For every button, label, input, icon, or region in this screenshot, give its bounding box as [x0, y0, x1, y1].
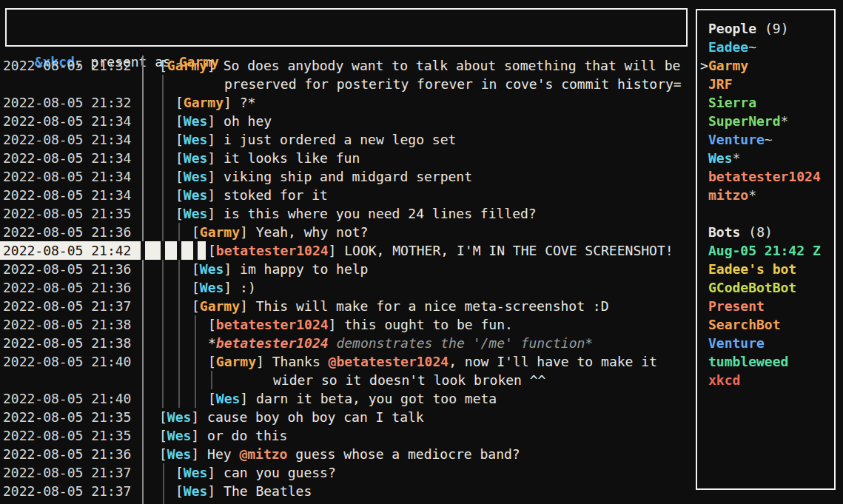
nick-bracket-open: [ — [175, 150, 184, 166]
member-item-eadee[interactable]: Eadee~ — [700, 38, 834, 56]
message-text: i just ordered a new lego set — [224, 132, 456, 147]
nick-bracket-open: [ — [208, 354, 216, 369]
message-content: [Wes] or do this — [159, 426, 287, 445]
message-content: [betatester1024] LOOK, MOTHER, I'M IN TH… — [208, 241, 674, 260]
nick-bracket-open: [ — [175, 169, 184, 184]
message-timestamp: 2022-08-05 21:42 — [3, 241, 131, 260]
message-content: [Garmy] Thanks @betatester1024, now I'll… — [208, 352, 657, 371]
message-timestamp: 2022-08-05 21:35 — [3, 408, 131, 426]
message-nick: Wes — [184, 483, 208, 499]
message-timestamp: 2022-08-05 21:32 — [3, 56, 131, 75]
chat-message-row[interactable]: 2022-08-05 21:37[Wes] can you guess? — [0, 463, 843, 482]
channel-header: &xkcd, present as Garmy — [5, 8, 688, 47]
message-timestamp: 2022-08-05 21:34 — [3, 130, 131, 149]
chat-message-row[interactable]: 2022-08-05 21:40[Garmy] Thanks @betatest… — [0, 352, 843, 371]
nick-bracket-open: [ — [175, 206, 184, 221]
nick-bracket-close: ] — [329, 317, 345, 332]
nick-bracket-open: [ — [159, 446, 167, 462]
message-timestamp: 2022-08-05 21:40 — [3, 352, 131, 371]
nick-bracket-open: [ — [175, 95, 184, 110]
message-content: [Wes] i just ordered a new lego set — [175, 130, 456, 149]
message-nick: Garmy — [167, 58, 207, 73]
message-nick: Wes — [184, 465, 208, 480]
message-timestamp: 2022-08-05 21:38 — [3, 334, 131, 352]
message-nick: Wes — [167, 428, 192, 443]
nick-bracket-close: ] — [207, 187, 224, 203]
chat-message-row[interactable]: preserved for posterity forever in cove'… — [0, 75, 843, 93]
chat-message-row[interactable]: wider so it doesn't look broken ^^ — [0, 371, 843, 389]
nick-bracket-close: ] — [240, 298, 256, 314]
nick-bracket-close: ] — [224, 280, 240, 295]
nick-bracket-close: ] — [207, 465, 224, 480]
message-text: Thanks — [272, 354, 329, 369]
message-nick: Garmy — [200, 224, 240, 240]
chat-message-row[interactable]: 2022-08-05 21:40[Wes] darn it beta, you … — [0, 389, 843, 408]
message-text: wider so it doesn't look broken ^^ — [273, 372, 545, 388]
nick-bracket-open: [ — [208, 391, 216, 406]
chat-message-row[interactable]: 2022-08-05 21:36[Wes] Hey @mitzo guess w… — [0, 445, 843, 463]
message-text: , now I'll have to make it — [449, 354, 657, 369]
message-timestamp: 2022-08-05 21:34 — [3, 186, 131, 204]
chat-message-row[interactable]: 2022-08-05 21:32[Garmy] So does anybody … — [0, 56, 843, 75]
chat-message-row[interactable]: 2022-08-05 21:36[Wes] im happy to help — [0, 260, 843, 278]
message-text: can you guess? — [224, 465, 336, 480]
nick-bracket-open: [ — [208, 243, 216, 258]
people-title: People — [708, 21, 756, 36]
chat-message-row[interactable]: 2022-08-05 21:38[betatester1024] this ou… — [0, 315, 843, 334]
message-content: [Garmy] Yeah, why not? — [192, 223, 368, 241]
message-timestamp: 2022-08-05 21:34 — [3, 167, 131, 186]
nick-bracket-close: ] — [191, 428, 207, 443]
message-text: this ought to be fun. — [344, 317, 513, 332]
chat-message-row[interactable]: 2022-08-05 21:35[Wes] or do this — [0, 426, 843, 445]
message-timestamp: 2022-08-05 21:36 — [3, 278, 131, 297]
chat-message-row[interactable]: 2022-08-05 21:37[Wes] The Beatles — [0, 482, 843, 500]
chat-message-row[interactable]: 2022-08-05 21:34[Wes] stoked for it — [0, 186, 843, 204]
message-nick: Wes — [216, 391, 241, 406]
chat-message-row[interactable]: 2022-08-05 21:32[Garmy] ?* — [0, 93, 843, 112]
nick-bracket-close: ] — [329, 243, 345, 258]
chat-message-row[interactable]: 2022-08-05 21:36[Garmy] Yeah, why not? — [0, 223, 843, 241]
chat-message-row[interactable]: 2022-08-05 21:37[Garmy] This will make f… — [0, 297, 843, 315]
chat-message-row[interactable]: 2022-08-05 21:34[Wes] i just ordered a n… — [0, 130, 843, 149]
message-text: is this where you need 24 lines filled? — [224, 206, 537, 221]
message-text: Hey — [207, 446, 239, 462]
message-nick: Wes — [184, 132, 208, 147]
chat-message-row[interactable]: 2022-08-05 21:35[Wes] cause boy oh boy c… — [0, 408, 843, 426]
nick-bracket-open: [ — [175, 113, 184, 129]
message-timestamp: 2022-08-05 21:34 — [3, 112, 131, 130]
message-content: [Garmy] So does anybody want to talk abo… — [159, 56, 680, 75]
chat-message-row[interactable]: 2022-08-05 21:38*betatester1024 demonstr… — [0, 334, 843, 352]
message-nick: Wes — [184, 150, 208, 166]
message-text: stoked for it — [224, 187, 328, 203]
message-nick: Garmy — [200, 298, 240, 314]
message-timestamp: 2022-08-05 21:38 — [3, 315, 131, 334]
message-text: demonstrates the '/me' function* — [336, 335, 593, 351]
message-nick: Wes — [167, 446, 192, 462]
member-name: Eadee — [708, 39, 748, 55]
message-nick: Wes — [167, 409, 192, 425]
message-nick: betatester1024 — [216, 317, 329, 332]
nick-bracket-open: [ — [175, 132, 184, 147]
nick-bracket-open: [ — [159, 428, 167, 443]
message-timestamp: 2022-08-05 21:32 — [3, 93, 131, 112]
nick-bracket-open: [ — [175, 465, 184, 480]
message-timestamp: 2022-08-05 21:36 — [3, 223, 131, 241]
message-content: [Wes] can you guess? — [175, 463, 336, 482]
chat-message-row[interactable]: 2022-08-05 21:35[Wes] is this where you … — [0, 204, 843, 223]
mention: @betatester1024 — [329, 354, 449, 369]
message-text: or do this — [207, 428, 287, 443]
chat-message-row[interactable]: 2022-08-05 21:36[Wes] :) — [0, 278, 843, 297]
message-text: Yeah, why not? — [256, 224, 369, 240]
chat-message-row[interactable]: 2022-08-05 21:34[Wes] it looks like fun — [0, 149, 843, 167]
chat-message-row[interactable]: 2022-08-05 21:34[Wes] oh hey — [0, 112, 843, 130]
message-nick: Wes — [200, 280, 224, 295]
message-timestamp: 2022-08-05 21:36 — [3, 260, 131, 278]
nick-bracket-close: ] — [207, 113, 224, 129]
message-text: LOOK, MOTHER, I'M IN THE COVE SCREENSHOT… — [344, 243, 673, 258]
chat-message-row-highlighted[interactable]: 2022-08-05 21:42[betatester1024] LOOK, M… — [0, 241, 843, 260]
nick-bracket-close: ] — [207, 58, 224, 73]
chat-message-row[interactable]: 2022-08-05 21:34[Wes] viking ship and mi… — [0, 167, 843, 186]
nick-bracket-close: ] — [240, 391, 256, 406]
member-status-suffix: ~ — [748, 39, 756, 55]
message-content: [Wes] im happy to help — [192, 260, 368, 278]
